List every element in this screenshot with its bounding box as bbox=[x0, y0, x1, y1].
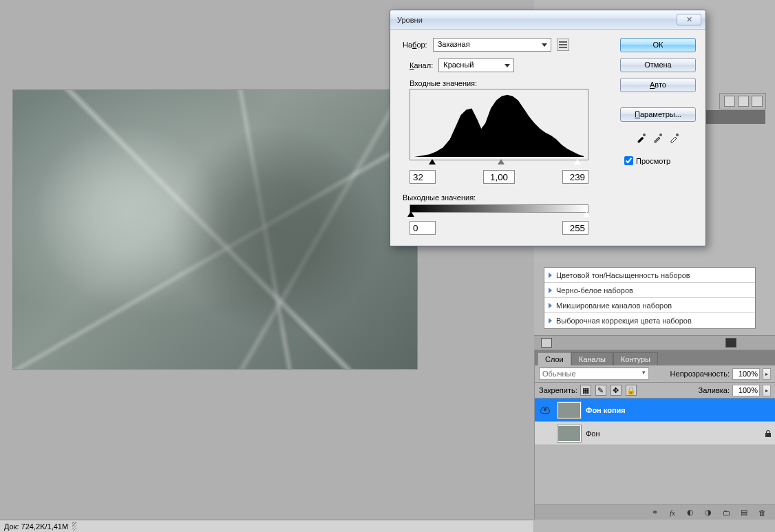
output-slider[interactable] bbox=[410, 213, 588, 218]
tab-channels[interactable]: Каналы bbox=[571, 352, 613, 365]
layer-name[interactable]: Фон bbox=[586, 429, 600, 438]
layer-row[interactable]: Фон bbox=[535, 422, 775, 445]
layers-options-row: Обычные Непрозрачность: 100% bbox=[535, 365, 775, 382]
levels-dialog: Уровни ✕ Набор: Набор: Заказная Канал: К… bbox=[390, 10, 706, 246]
preview-label: Просмотр bbox=[636, 157, 670, 165]
disclosure-triangle-icon bbox=[549, 303, 552, 308]
palette-mini-icon[interactable] bbox=[752, 96, 763, 107]
opacity-label: Непрозрачность: bbox=[670, 370, 730, 378]
input-slider[interactable] bbox=[410, 160, 588, 166]
layer-fx-icon[interactable]: fx bbox=[666, 508, 679, 518]
new-layer-icon[interactable]: ▤ bbox=[738, 508, 750, 518]
panel-tabs: Слои Каналы Контуры bbox=[535, 350, 775, 365]
input-gamma-field[interactable] bbox=[483, 170, 515, 184]
link-layers-icon[interactable]: ⚭ bbox=[648, 508, 661, 518]
visibility-toggle[interactable] bbox=[538, 426, 553, 441]
preset-menu-icon[interactable] bbox=[557, 39, 569, 51]
options-button[interactable]: Параметры... bbox=[620, 107, 696, 122]
blend-mode-value: Обычные bbox=[542, 370, 576, 378]
gray-eyedropper-icon[interactable] bbox=[652, 131, 664, 144]
layers-panel: Слои Каналы Контуры Обычные Непрозрачнос… bbox=[534, 350, 775, 520]
opacity-flyout-icon[interactable] bbox=[763, 368, 771, 380]
cancel-button[interactable]: Отмена bbox=[620, 58, 696, 72]
black-point-handle[interactable] bbox=[429, 159, 436, 164]
collapsed-palette bbox=[719, 93, 766, 109]
panel-divider-bar bbox=[534, 335, 775, 350]
preset-row[interactable]: Выборочная коррекция цвета наборов bbox=[544, 313, 755, 328]
layer-name[interactable]: Фон копия bbox=[586, 406, 626, 414]
layer-thumbnail[interactable] bbox=[557, 401, 582, 419]
channel-select[interactable]: Красный bbox=[438, 58, 514, 72]
output-white-field[interactable] bbox=[562, 221, 588, 235]
document-canvas[interactable] bbox=[12, 89, 418, 370]
dialog-titlebar[interactable]: Уровни ✕ bbox=[390, 10, 705, 30]
lock-position-icon[interactable]: ✥ bbox=[611, 385, 622, 396]
palette-mini-icon[interactable] bbox=[724, 96, 735, 107]
output-white-handle[interactable] bbox=[583, 211, 590, 217]
svg-point-0 bbox=[643, 134, 646, 136]
preset-label: Микширование каналов наборов bbox=[556, 301, 672, 310]
fill-input[interactable]: 100% bbox=[732, 385, 760, 396]
white-eyedropper-icon[interactable] bbox=[668, 131, 681, 144]
tab-paths[interactable]: Контуры bbox=[613, 352, 658, 365]
opacity-input[interactable]: 100% bbox=[732, 368, 760, 380]
tab-layers[interactable]: Слои bbox=[538, 352, 571, 365]
output-black-field[interactable] bbox=[410, 221, 436, 235]
svg-point-2 bbox=[676, 134, 679, 136]
lock-label: Закрепить: bbox=[539, 386, 577, 394]
black-eyedropper-icon[interactable] bbox=[635, 131, 648, 144]
lock-icon bbox=[764, 429, 772, 438]
preview-checkbox-input[interactable] bbox=[624, 156, 633, 165]
histogram[interactable] bbox=[410, 89, 588, 160]
eyedropper-group bbox=[620, 131, 696, 144]
output-gradient[interactable] bbox=[410, 204, 588, 213]
preset-label: Черно-белое наборов bbox=[556, 286, 633, 295]
channel-label: Канал: bbox=[410, 61, 433, 70]
layer-mask-icon[interactable]: ◐ bbox=[684, 508, 697, 518]
preset-label: Цветовой тон/Насыщенность наборов bbox=[556, 271, 690, 279]
layer-thumbnail[interactable] bbox=[557, 425, 582, 443]
preset-select[interactable]: Заказная bbox=[433, 38, 551, 52]
adjustment-preset-list: Цветовой тон/Насыщенность наборов Черно-… bbox=[544, 267, 756, 329]
adjustments-mask-icon[interactable] bbox=[725, 338, 736, 348]
lock-all-icon[interactable]: 🔒 bbox=[626, 385, 637, 396]
visibility-toggle[interactable] bbox=[538, 403, 553, 418]
preset-label: Выборочная коррекция цвета наборов bbox=[556, 317, 692, 325]
lock-options-row: Закрепить: ▦ ✎ ✥ 🔒 Заливка: 100% bbox=[535, 382, 775, 398]
new-group-icon[interactable]: 🗀 bbox=[720, 508, 732, 518]
input-levels-label: Входные значения: bbox=[410, 79, 609, 87]
status-grip-icon bbox=[72, 522, 76, 531]
input-white-field[interactable] bbox=[562, 170, 588, 184]
output-black-handle[interactable] bbox=[407, 211, 414, 217]
output-levels-label: Выходные значения: bbox=[403, 193, 609, 202]
layers-toolbar: ⚭ fx ◐ ◑ 🗀 ▤ 🗑 bbox=[535, 504, 775, 520]
status-doc-size: Док: 724,2K/1,41M bbox=[4, 522, 68, 531]
delete-layer-icon[interactable]: 🗑 bbox=[756, 508, 768, 518]
layer-row[interactable]: Фон копия bbox=[535, 398, 775, 422]
preset-row[interactable]: Микширование каналов наборов bbox=[544, 298, 755, 313]
eye-icon bbox=[540, 407, 550, 414]
svg-point-1 bbox=[659, 134, 662, 136]
preset-value: Заказная bbox=[438, 40, 470, 48]
palette-mini-icon[interactable] bbox=[738, 96, 749, 107]
preset-row[interactable]: Черно-белое наборов bbox=[544, 283, 755, 298]
fill-flyout-icon[interactable] bbox=[763, 385, 771, 396]
dialog-title: Уровни bbox=[397, 16, 423, 24]
blend-mode-select[interactable]: Обычные bbox=[539, 368, 649, 380]
new-adjustment-icon[interactable]: ◑ bbox=[702, 508, 714, 518]
adjustments-reset-icon[interactable] bbox=[541, 338, 552, 348]
close-button[interactable]: ✕ bbox=[677, 14, 701, 25]
lock-image-icon[interactable]: ✎ bbox=[595, 385, 606, 396]
gamma-handle[interactable] bbox=[498, 159, 505, 164]
lock-transparency-icon[interactable]: ▦ bbox=[580, 385, 591, 396]
ok-button[interactable]: ОК bbox=[620, 38, 696, 52]
preset-row[interactable]: Цветовой тон/Насыщенность наборов bbox=[544, 268, 755, 283]
channel-value: Красный bbox=[443, 61, 474, 69]
auto-button[interactable]: Авто bbox=[620, 78, 696, 92]
input-black-field[interactable] bbox=[410, 170, 436, 184]
white-point-handle[interactable] bbox=[574, 159, 581, 164]
disclosure-triangle-icon bbox=[549, 273, 552, 278]
disclosure-triangle-icon bbox=[549, 318, 552, 323]
preset-label: Набор: bbox=[403, 41, 427, 49]
preview-checkbox[interactable]: Просмотр bbox=[620, 156, 696, 165]
